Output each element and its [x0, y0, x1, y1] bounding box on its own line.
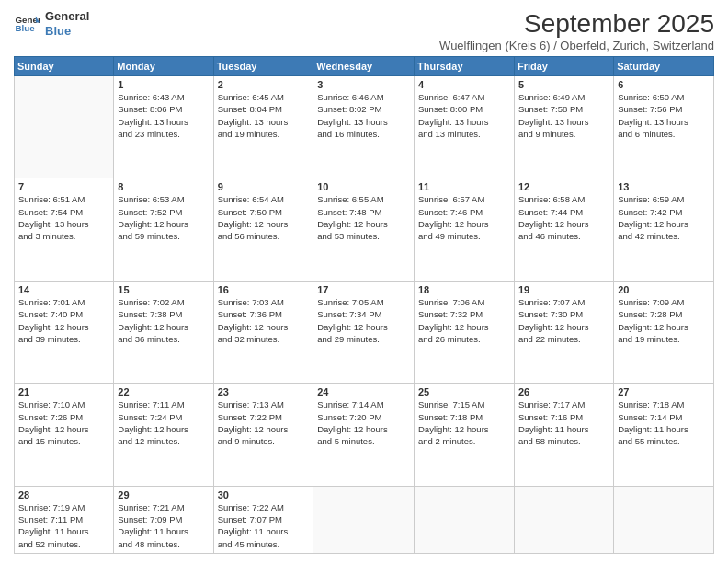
table-cell: 6Sunrise: 6:50 AM Sunset: 7:56 PM Daylig… [614, 76, 714, 178]
day-info: Sunrise: 7:22 AM Sunset: 7:07 PM Dayligh… [218, 501, 310, 550]
day-number: 19 [518, 284, 609, 295]
day-number: 2 [218, 79, 310, 90]
day-info: Sunrise: 7:11 AM Sunset: 7:24 PM Dayligh… [118, 398, 209, 447]
day-info: Sunrise: 6:49 AM Sunset: 7:58 PM Dayligh… [518, 91, 609, 140]
day-info: Sunrise: 7:07 AM Sunset: 7:30 PM Dayligh… [518, 296, 609, 345]
table-cell: 8Sunrise: 6:53 AM Sunset: 7:52 PM Daylig… [114, 178, 213, 281]
svg-text:Blue: Blue [15, 23, 35, 33]
table-cell: 13Sunrise: 6:59 AM Sunset: 7:42 PM Dayli… [614, 178, 714, 281]
table-cell: 16Sunrise: 7:03 AM Sunset: 7:36 PM Dayli… [213, 281, 313, 383]
logo-text-blue: Blue [45, 24, 89, 39]
day-info: Sunrise: 6:58 AM Sunset: 7:44 PM Dayligh… [518, 193, 609, 242]
day-number: 20 [618, 284, 710, 295]
col-wednesday: Wednesday [313, 57, 415, 76]
day-info: Sunrise: 7:06 AM Sunset: 7:32 PM Dayligh… [418, 296, 510, 345]
table-cell [313, 486, 415, 553]
table-cell: 11Sunrise: 6:57 AM Sunset: 7:46 PM Dayli… [414, 178, 514, 281]
table-cell: 23Sunrise: 7:13 AM Sunset: 7:22 PM Dayli… [213, 384, 313, 486]
table-cell [15, 76, 114, 178]
table-cell: 28Sunrise: 7:19 AM Sunset: 7:11 PM Dayli… [15, 486, 114, 553]
day-number: 26 [518, 386, 609, 397]
day-info: Sunrise: 6:43 AM Sunset: 8:06 PM Dayligh… [118, 91, 209, 140]
table-cell: 4Sunrise: 6:47 AM Sunset: 8:00 PM Daylig… [414, 76, 514, 178]
week-row-4: 21Sunrise: 7:10 AM Sunset: 7:26 PM Dayli… [15, 384, 714, 486]
table-cell [414, 486, 514, 553]
day-number: 1 [118, 79, 209, 90]
day-number: 14 [18, 284, 109, 295]
day-info: Sunrise: 6:46 AM Sunset: 8:02 PM Dayligh… [317, 91, 410, 140]
header: General Blue General Blue September 2025… [14, 9, 714, 52]
day-info: Sunrise: 7:17 AM Sunset: 7:16 PM Dayligh… [518, 398, 609, 447]
table-cell: 25Sunrise: 7:15 AM Sunset: 7:18 PM Dayli… [414, 384, 514, 486]
table-cell: 22Sunrise: 7:11 AM Sunset: 7:24 PM Dayli… [114, 384, 213, 486]
day-info: Sunrise: 6:59 AM Sunset: 7:42 PM Dayligh… [618, 193, 710, 242]
day-number: 5 [518, 79, 609, 90]
day-number: 16 [218, 284, 310, 295]
day-number: 17 [317, 284, 410, 295]
day-info: Sunrise: 7:09 AM Sunset: 7:28 PM Dayligh… [618, 296, 710, 345]
subtitle: Wuelflingen (Kreis 6) / Oberfeld, Zurich… [439, 39, 714, 52]
day-info: Sunrise: 6:47 AM Sunset: 8:00 PM Dayligh… [418, 91, 510, 140]
main-title: September 2025 [439, 9, 714, 39]
col-saturday: Saturday [614, 57, 714, 76]
table-cell: 3Sunrise: 6:46 AM Sunset: 8:02 PM Daylig… [313, 76, 415, 178]
day-number: 13 [618, 181, 710, 192]
day-number: 28 [18, 489, 109, 500]
day-number: 10 [317, 181, 410, 192]
logo-icon: General Blue [14, 11, 40, 37]
week-row-3: 14Sunrise: 7:01 AM Sunset: 7:40 PM Dayli… [15, 281, 714, 383]
table-cell: 17Sunrise: 7:05 AM Sunset: 7:34 PM Dayli… [313, 281, 415, 383]
day-info: Sunrise: 7:15 AM Sunset: 7:18 PM Dayligh… [418, 398, 510, 447]
table-cell: 24Sunrise: 7:14 AM Sunset: 7:20 PM Dayli… [313, 384, 415, 486]
table-cell: 12Sunrise: 6:58 AM Sunset: 7:44 PM Dayli… [514, 178, 613, 281]
day-number: 27 [618, 386, 710, 397]
day-info: Sunrise: 6:50 AM Sunset: 7:56 PM Dayligh… [618, 91, 710, 140]
day-info: Sunrise: 7:10 AM Sunset: 7:26 PM Dayligh… [18, 398, 109, 447]
day-info: Sunrise: 7:02 AM Sunset: 7:38 PM Dayligh… [118, 296, 209, 345]
table-cell: 27Sunrise: 7:18 AM Sunset: 7:14 PM Dayli… [614, 384, 714, 486]
calendar-table: Sunday Monday Tuesday Wednesday Thursday… [14, 56, 714, 554]
table-cell: 7Sunrise: 6:51 AM Sunset: 7:54 PM Daylig… [15, 178, 114, 281]
day-number: 23 [218, 386, 310, 397]
day-info: Sunrise: 7:18 AM Sunset: 7:14 PM Dayligh… [618, 398, 710, 447]
table-cell: 26Sunrise: 7:17 AM Sunset: 7:16 PM Dayli… [514, 384, 613, 486]
day-number: 21 [18, 386, 109, 397]
day-number: 30 [218, 489, 310, 500]
day-info: Sunrise: 7:19 AM Sunset: 7:11 PM Dayligh… [18, 501, 109, 550]
week-row-2: 7Sunrise: 6:51 AM Sunset: 7:54 PM Daylig… [15, 178, 714, 281]
table-cell: 19Sunrise: 7:07 AM Sunset: 7:30 PM Dayli… [514, 281, 613, 383]
day-info: Sunrise: 7:03 AM Sunset: 7:36 PM Dayligh… [218, 296, 310, 345]
day-number: 29 [118, 489, 209, 500]
title-area: September 2025 Wuelflingen (Kreis 6) / O… [439, 9, 714, 52]
day-number: 9 [218, 181, 310, 192]
table-cell: 18Sunrise: 7:06 AM Sunset: 7:32 PM Dayli… [414, 281, 514, 383]
table-cell: 30Sunrise: 7:22 AM Sunset: 7:07 PM Dayli… [213, 486, 313, 553]
table-cell: 15Sunrise: 7:02 AM Sunset: 7:38 PM Dayli… [114, 281, 213, 383]
day-number: 18 [418, 284, 510, 295]
table-cell [514, 486, 613, 553]
logo: General Blue General Blue [14, 9, 89, 38]
table-cell: 1Sunrise: 6:43 AM Sunset: 8:06 PM Daylig… [114, 76, 213, 178]
day-info: Sunrise: 7:21 AM Sunset: 7:09 PM Dayligh… [118, 501, 209, 550]
table-cell: 20Sunrise: 7:09 AM Sunset: 7:28 PM Dayli… [614, 281, 714, 383]
col-tuesday: Tuesday [213, 57, 313, 76]
table-cell [614, 486, 714, 553]
week-row-5: 28Sunrise: 7:19 AM Sunset: 7:11 PM Dayli… [15, 486, 714, 553]
col-sunday: Sunday [15, 57, 114, 76]
table-cell: 21Sunrise: 7:10 AM Sunset: 7:26 PM Dayli… [15, 384, 114, 486]
table-cell: 10Sunrise: 6:55 AM Sunset: 7:48 PM Dayli… [313, 178, 415, 281]
day-info: Sunrise: 7:13 AM Sunset: 7:22 PM Dayligh… [218, 398, 310, 447]
day-number: 11 [418, 181, 510, 192]
table-cell: 14Sunrise: 7:01 AM Sunset: 7:40 PM Dayli… [15, 281, 114, 383]
table-cell: 29Sunrise: 7:21 AM Sunset: 7:09 PM Dayli… [114, 486, 213, 553]
day-info: Sunrise: 6:51 AM Sunset: 7:54 PM Dayligh… [18, 193, 109, 242]
day-info: Sunrise: 7:14 AM Sunset: 7:20 PM Dayligh… [317, 398, 410, 447]
day-info: Sunrise: 6:53 AM Sunset: 7:52 PM Dayligh… [118, 193, 209, 242]
page: General Blue General Blue September 2025… [0, 0, 728, 563]
col-monday: Monday [114, 57, 213, 76]
day-number: 3 [317, 79, 410, 90]
day-number: 22 [118, 386, 209, 397]
table-cell: 2Sunrise: 6:45 AM Sunset: 8:04 PM Daylig… [213, 76, 313, 178]
day-number: 6 [618, 79, 710, 90]
week-row-1: 1Sunrise: 6:43 AM Sunset: 8:06 PM Daylig… [15, 76, 714, 178]
